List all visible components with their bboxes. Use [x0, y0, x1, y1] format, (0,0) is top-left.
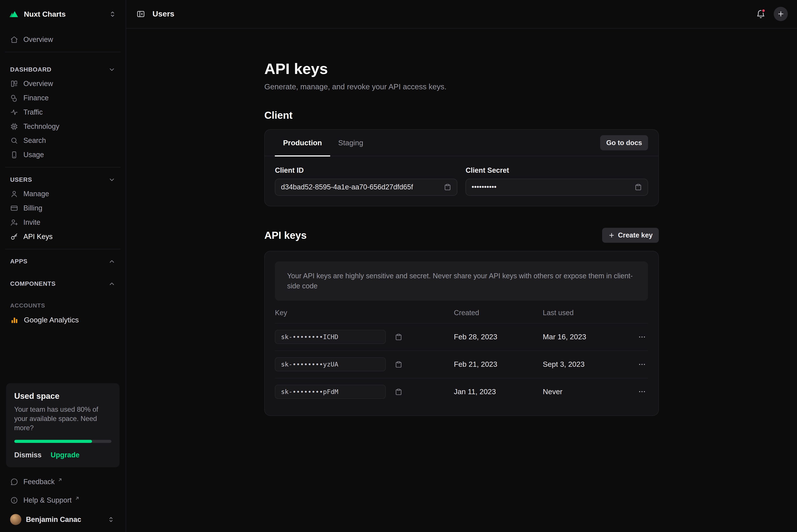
go-to-docs-button[interactable]: Go to docs — [600, 135, 648, 150]
row-menu-button[interactable] — [636, 358, 648, 370]
last-used-cell: Never — [543, 387, 626, 396]
col-key: Key — [275, 309, 454, 317]
divider — [5, 249, 121, 249]
copy-key-button[interactable] — [395, 388, 402, 396]
copy-key-button[interactable] — [395, 361, 402, 368]
sidebar-item-api-keys[interactable]: API Keys — [6, 230, 120, 244]
bar-chart-icon — [10, 316, 19, 324]
page-subtitle: Generate, manage, and revoke your API ac… — [264, 82, 659, 91]
api-key-value[interactable]: sk-••••••••pFdM — [275, 385, 385, 399]
content-scroll[interactable]: API keys Generate, manage, and revoke yo… — [126, 28, 797, 532]
created-cell: Jan 11, 2023 — [454, 387, 543, 396]
api-key-value[interactable]: sk-••••••••yzUA — [275, 357, 385, 372]
notifications-button[interactable] — [755, 8, 766, 20]
sidebar-body: Overview DASHBOARD Overview Finance Traf… — [0, 28, 126, 532]
ellipsis-icon — [638, 333, 646, 341]
row-menu-button[interactable] — [636, 331, 648, 343]
clipboard-icon — [634, 183, 642, 191]
client-card: Production Staging Go to docs Client ID … — [264, 129, 659, 206]
external-link-icon — [75, 496, 80, 500]
help-support-link[interactable]: Help & Support — [6, 493, 120, 508]
sidebar-item-label: Finance — [23, 94, 49, 102]
credit-card-icon — [10, 204, 18, 212]
section-label: DASHBOARD — [10, 66, 51, 73]
client-secret-value: •••••••••• — [472, 183, 631, 191]
last-used-cell: Sept 3, 2023 — [543, 360, 626, 368]
section-header-apps[interactable]: APPS — [6, 254, 120, 269]
col-created: Created — [454, 309, 543, 317]
notification-badge — [761, 8, 765, 13]
dismiss-button[interactable]: Dismiss — [14, 451, 41, 459]
sidebar-item-label: Overview — [23, 36, 53, 44]
last-used-cell: Mar 16, 2023 — [543, 333, 626, 341]
smartphone-icon — [10, 151, 18, 159]
client-id-field: Client ID d34bad52-8595-4a1e-aa70-656d27… — [275, 166, 457, 196]
add-button[interactable] — [774, 7, 788, 21]
used-space-progress — [14, 440, 111, 443]
created-cell: Feb 28, 2023 — [454, 333, 543, 341]
section-label: APPS — [10, 258, 28, 265]
user-plus-icon — [10, 218, 18, 227]
panels-icon — [10, 80, 18, 88]
page-header-title: Users — [152, 10, 175, 18]
sidebar-item-billing[interactable]: Billing — [6, 201, 120, 215]
create-key-button[interactable]: Create key — [602, 228, 658, 243]
api-key-value[interactable]: sk-••••••••ICHD — [275, 330, 385, 344]
chevron-up-icon — [108, 258, 115, 265]
sidebar-item-usage[interactable]: Usage — [6, 148, 120, 162]
collapse-sidebar-button[interactable] — [135, 8, 146, 20]
accounts-label: ACCOUNTS — [10, 302, 115, 309]
api-keys-card: Your API keys are highly sensitive and s… — [264, 251, 659, 416]
clipboard-icon — [395, 361, 402, 368]
row-menu-button[interactable] — [636, 386, 648, 398]
feedback-link[interactable]: Feedback — [6, 474, 120, 490]
copy-client-secret-button[interactable] — [634, 183, 642, 191]
divider — [5, 52, 121, 52]
section-header-users[interactable]: USERS — [6, 173, 120, 187]
tab-staging[interactable]: Staging — [330, 130, 372, 156]
divider — [5, 167, 121, 168]
workspace-switcher[interactable]: Nuxt Charts — [0, 0, 126, 28]
sidebar-item-invite[interactable]: Invite — [6, 215, 120, 230]
chevrons-up-down-icon[interactable] — [108, 10, 117, 19]
page: API keys Generate, manage, and revoke yo… — [264, 28, 659, 456]
sidebar-item-traffic[interactable]: Traffic — [6, 105, 120, 119]
copy-key-button[interactable] — [395, 333, 402, 341]
used-space-card: Used space Your team has used 80% of you… — [6, 383, 120, 467]
sidebar-item-label: Google Analytics — [24, 316, 79, 324]
sidebar-item-dashboard-overview[interactable]: Overview — [6, 77, 120, 91]
client-secret-input[interactable]: •••••••••• — [466, 179, 648, 196]
upgrade-button[interactable]: Upgrade — [51, 451, 79, 459]
sidebar-item-label: Overview — [23, 80, 53, 88]
user-menu[interactable]: Benjamin Canac — [6, 511, 120, 525]
copy-client-id-button[interactable] — [444, 183, 451, 191]
sidebar-item-manage[interactable]: Manage — [6, 187, 120, 201]
section-label: USERS — [10, 176, 32, 183]
chevron-down-icon — [108, 176, 115, 183]
client-id-input[interactable]: d34bad52-8595-4a1e-aa70-656d27dfd65f — [275, 179, 457, 196]
sidebar-item-google-analytics[interactable]: Google Analytics — [6, 313, 120, 327]
chevrons-up-down-icon — [106, 515, 115, 524]
sidebar-item-technology[interactable]: Technology — [6, 119, 120, 134]
sidebar-item-finance[interactable]: Finance — [6, 91, 120, 105]
sidebar-item-search[interactable]: Search — [6, 133, 120, 148]
chevron-down-icon — [108, 66, 115, 73]
client-secret-label: Client Secret — [466, 166, 648, 174]
app-logo-icon — [8, 8, 19, 20]
user-icon — [10, 190, 18, 198]
page-title: API keys — [264, 60, 659, 77]
section-header-components[interactable]: COMPONENTS — [6, 277, 120, 291]
created-cell: Feb 21, 2023 — [454, 360, 543, 368]
sidebar-item-overview-top[interactable]: Overview — [6, 33, 120, 47]
sidebar-item-label: Invite — [23, 218, 40, 227]
workspace-name: Nuxt Charts — [24, 10, 66, 18]
feedback-label: Feedback — [23, 478, 54, 486]
cpu-icon — [10, 122, 18, 131]
panel-left-icon — [136, 10, 145, 19]
tab-production[interactable]: Production — [275, 130, 330, 156]
activity-icon — [10, 108, 18, 116]
info-circle-icon — [10, 496, 18, 504]
api-keys-section-header: API keys Create key — [264, 228, 659, 243]
section-header-dashboard[interactable]: DASHBOARD — [6, 62, 120, 77]
used-space-body: Your team has used 80% of your available… — [14, 405, 111, 433]
